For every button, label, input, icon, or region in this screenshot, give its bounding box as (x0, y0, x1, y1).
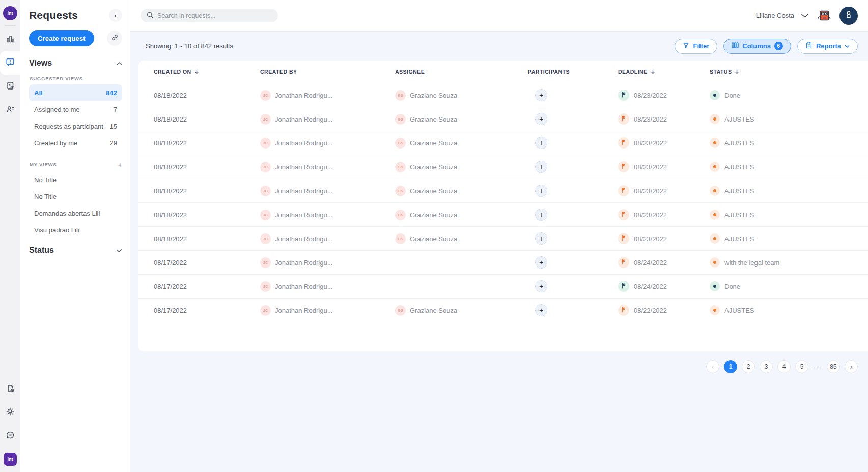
avatar: JC (260, 162, 271, 172)
column-header[interactable]: CREATED BY (260, 69, 395, 75)
add-participant-button[interactable]: + (535, 161, 547, 173)
deadline-flag-icon (621, 115, 627, 123)
table-row[interactable]: 08/18/2022JCJonathan Rodrigu...GSGrazian… (138, 226, 868, 250)
person-name: Graziane Souza (410, 187, 457, 195)
add-participant-button[interactable]: + (535, 89, 547, 101)
sidebar-collapse-button[interactable]: ‹ (109, 9, 122, 22)
views-section-header[interactable]: Views (29, 58, 122, 68)
table-row[interactable]: 08/18/2022JCJonathan Rodrigu...GSGrazian… (138, 202, 868, 226)
table-row[interactable]: 08/18/2022JCJonathan Rodrigu...GSGrazian… (138, 83, 868, 107)
sidebar-my-view-item[interactable]: Demandas abertas Lili (29, 205, 122, 222)
page-button[interactable]: 2 (742, 360, 755, 373)
requests-table: CREATED ONCREATED BYASSIGNEEPARTICIPANTS… (138, 61, 868, 351)
deadline-cell: 08/22/2022 (618, 305, 710, 316)
rail-item-doc-settings[interactable] (0, 377, 20, 401)
table-row[interactable]: 08/18/2022JCJonathan Rodrigu...GSGrazian… (138, 131, 868, 155)
avatar: GS (395, 90, 406, 101)
person-name: Graziane Souza (410, 235, 457, 243)
user-menu-chevron-icon[interactable] (801, 13, 809, 18)
person-name: Jonathan Rodrigu... (275, 115, 332, 123)
page-button[interactable]: 4 (777, 360, 791, 373)
person-name: Graziane Souza (410, 211, 457, 219)
column-header[interactable]: CREATED ON (154, 69, 260, 75)
add-participant-button[interactable]: + (535, 137, 547, 149)
sidebar: Requests ‹ Create request Views SUGGESTE… (20, 0, 130, 472)
deadline-cell: 08/23/2022 (618, 137, 710, 149)
user-avatar[interactable] (839, 7, 858, 25)
status-cell: AJUSTES (710, 233, 868, 244)
assignee-cell: GSGraziane Souza (395, 114, 528, 125)
sidebar-view-item[interactable]: All842 (29, 84, 122, 101)
deadline-cell: 08/24/2022 (618, 281, 710, 292)
avatar: JC (260, 210, 271, 220)
column-header[interactable]: STATUS (710, 69, 868, 75)
sidebar-view-item[interactable]: Assigned to me7 (29, 101, 122, 118)
search-box[interactable] (141, 9, 278, 22)
pagination-ellipsis: ··· (813, 363, 822, 370)
deadline-date: 08/23/2022 (634, 115, 667, 123)
columns-button[interactable]: Columns 6 (723, 39, 791, 54)
next-page-button[interactable]: › (845, 360, 858, 373)
brand-logo-bottom[interactable]: lnt (4, 453, 17, 466)
table-row[interactable]: 08/17/2022JCJonathan Rodrigu...+08/24/20… (138, 250, 868, 274)
view-count: 15 (110, 123, 117, 130)
rail-item-contacts[interactable] (0, 98, 20, 122)
deadline-flag-icon (621, 307, 627, 314)
rail-item-requests[interactable] (0, 51, 20, 75)
sidebar-my-view-item[interactable]: No Title (29, 188, 122, 205)
add-participant-button[interactable]: + (535, 304, 547, 316)
table-row[interactable]: 08/18/2022JCJonathan Rodrigu...GSGrazian… (138, 107, 868, 131)
created-on-cell: 08/18/2022 (154, 211, 260, 219)
column-header[interactable]: PARTICIPANTS (528, 69, 618, 75)
person-name: Jonathan Rodrigu... (275, 187, 332, 195)
sidebar-my-view-item[interactable]: Visu padrão Lili (29, 222, 122, 239)
brand-logo[interactable]: lnt (3, 6, 17, 20)
person-name: Jonathan Rodrigu... (275, 163, 332, 171)
add-participant-button[interactable]: + (535, 280, 547, 292)
table-row[interactable]: 08/17/2022JCJonathan Rodrigu...+08/24/20… (138, 274, 868, 298)
table-row[interactable]: 08/18/2022JCJonathan Rodrigu...GSGrazian… (138, 179, 868, 202)
deadline-date: 08/23/2022 (634, 92, 667, 99)
status-cell: AJUSTES (710, 162, 868, 172)
sidebar-view-item[interactable]: Created by me29 (29, 135, 122, 152)
deadline-cell: 08/23/2022 (618, 161, 710, 172)
column-header[interactable]: DEADLINE (618, 69, 710, 75)
view-label: All (34, 89, 43, 97)
reports-button[interactable]: Reports (797, 39, 858, 54)
create-request-button[interactable]: Create request (29, 30, 94, 46)
status-cell: with the legal team (710, 257, 868, 268)
add-view-icon[interactable]: + (118, 161, 122, 168)
status-label: AJUSTES (724, 235, 754, 243)
participants-cell: + (528, 304, 618, 316)
rail-item-documents[interactable] (0, 75, 20, 98)
page-button[interactable]: 5 (795, 360, 808, 373)
search-input[interactable] (157, 12, 272, 19)
add-participant-button[interactable]: + (535, 113, 547, 125)
rail-item-analytics[interactable] (0, 28, 20, 51)
filter-button[interactable]: Filter (675, 39, 717, 54)
column-header[interactable]: ASSIGNEE (395, 69, 528, 75)
table-row[interactable]: 08/17/2022JCJonathan Rodrigu...GSGrazian… (138, 298, 868, 322)
sidebar-my-view-item[interactable]: No Title (29, 171, 122, 188)
add-participant-button[interactable]: + (535, 185, 547, 197)
assistant-mascot-icon[interactable] (816, 7, 833, 24)
rail-item-settings[interactable] (0, 401, 20, 424)
status-label: Done (724, 283, 740, 290)
last-page-button[interactable]: 85 (827, 360, 840, 373)
participants-cell: + (528, 185, 618, 197)
status-section-header[interactable]: Status (29, 246, 122, 255)
deadline-flag-icon (621, 92, 627, 99)
page-button[interactable]: 1 (724, 360, 737, 373)
table-row[interactable]: 08/18/2022JCJonathan Rodrigu...GSGrazian… (138, 155, 868, 179)
page-button[interactable]: 3 (760, 360, 773, 373)
copy-link-button[interactable] (107, 31, 122, 46)
sidebar-view-item[interactable]: Requests as participant15 (29, 118, 122, 135)
view-count: 7 (114, 106, 117, 113)
add-participant-button[interactable]: + (535, 256, 547, 269)
add-participant-button[interactable]: + (535, 232, 547, 245)
add-participant-button[interactable]: + (535, 209, 547, 221)
status-cell: AJUSTES (710, 305, 868, 315)
person-name: Jonathan Rodrigu... (275, 139, 332, 147)
previous-page-button[interactable]: ‹ (706, 360, 719, 373)
rail-item-support-chat[interactable] (0, 424, 20, 448)
